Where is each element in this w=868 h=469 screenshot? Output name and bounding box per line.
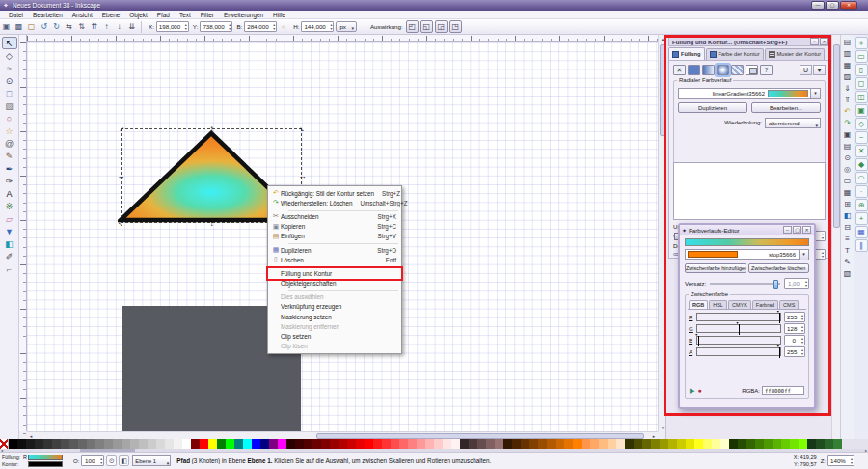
scale-stroke-toggle[interactable]: ◰ bbox=[406, 20, 419, 33]
channel-value[interactable]: 0 bbox=[784, 335, 805, 345]
context-menu-item[interactable]: ↶ Rückgängig: Stil der Kontur setzen Str… bbox=[268, 188, 401, 198]
snap-bbox-corners[interactable]: ◻ bbox=[855, 77, 868, 90]
palette-swatch[interactable] bbox=[538, 439, 547, 449]
palette-swatch[interactable] bbox=[634, 439, 642, 449]
rgba-value-field[interactable]: ff8000ff bbox=[762, 386, 804, 395]
close-button[interactable]: ✕ bbox=[840, 1, 857, 10]
rotate-ccw-icon[interactable]: ↺ bbox=[39, 21, 49, 32]
minimize-button[interactable]: — bbox=[811, 1, 825, 10]
ellipse-tool[interactable]: ○ bbox=[2, 112, 17, 124]
import-icon[interactable]: ⇓ bbox=[842, 83, 854, 95]
snap-bbox-edges[interactable]: ▯ bbox=[855, 64, 868, 76]
star-tool[interactable]: ☆ bbox=[2, 124, 17, 137]
palette-swatch[interactable] bbox=[113, 439, 122, 449]
palette-swatch[interactable] bbox=[608, 439, 616, 449]
chevron-down-icon[interactable]: ▾ bbox=[799, 250, 808, 260]
palette-swatch[interactable] bbox=[295, 439, 304, 449]
horizontal-ruler[interactable] bbox=[27, 35, 658, 42]
flat-color-button[interactable] bbox=[688, 65, 700, 75]
palette-swatch[interactable] bbox=[451, 439, 460, 449]
palette-swatch[interactable] bbox=[547, 439, 556, 449]
snap-paths[interactable]: ~ bbox=[855, 131, 868, 144]
eyedropper-icon[interactable]: ▶ bbox=[690, 387, 694, 395]
maximize-button[interactable]: ▢ bbox=[826, 1, 839, 10]
paste-icon[interactable]: ▤ bbox=[842, 141, 854, 152]
palette-swatch[interactable] bbox=[833, 439, 842, 449]
canvas-horizontal-scrollbar[interactable]: ◂▸ bbox=[27, 431, 658, 439]
palette-swatch[interactable] bbox=[694, 439, 703, 449]
palette-swatch[interactable] bbox=[130, 439, 139, 449]
palette-swatch[interactable] bbox=[486, 439, 495, 449]
context-menu-item[interactable]: Maskierung setzen bbox=[268, 312, 401, 321]
channel-slider[interactable] bbox=[696, 347, 781, 356]
palette-swatch[interactable] bbox=[651, 439, 660, 449]
palette-swatch[interactable] bbox=[243, 439, 252, 449]
palette-swatch[interactable] bbox=[382, 439, 391, 449]
unit-select[interactable]: px bbox=[336, 21, 357, 32]
palette-swatch[interactable] bbox=[729, 439, 738, 449]
dropper-tool[interactable]: ✐ bbox=[2, 250, 17, 262]
snap-bbox-centers[interactable]: ▣ bbox=[855, 104, 868, 117]
palette-swatch[interactable] bbox=[816, 439, 825, 449]
layer-visibility-icon[interactable]: ⊙ bbox=[106, 455, 117, 466]
selection-handle-w[interactable]: ↔ bbox=[117, 172, 125, 180]
context-menu-item[interactable]: ▣ Kopieren Strg+C bbox=[268, 222, 401, 232]
offset-value[interactable]: 1,00 bbox=[784, 278, 809, 289]
snap-intersections[interactable]: ✕ bbox=[855, 145, 868, 157]
palette-swatch[interactable] bbox=[773, 439, 781, 449]
palette-swatch[interactable] bbox=[252, 439, 260, 449]
context-menu-item[interactable]: Füllung und Kontur bbox=[268, 268, 401, 278]
palette-swatch[interactable] bbox=[35, 439, 43, 449]
calligraphy-tool[interactable]: ✑ bbox=[2, 175, 17, 187]
selection-handle-n[interactable]: ↕ bbox=[207, 124, 216, 133]
selector-tool[interactable]: ↖ bbox=[2, 37, 17, 49]
palette-swatch[interactable] bbox=[399, 439, 408, 449]
zoom-field[interactable]: 140% bbox=[827, 455, 854, 466]
palette-swatch[interactable] bbox=[660, 439, 668, 449]
raise-icon[interactable]: ↑ bbox=[101, 21, 112, 32]
dock-close-button[interactable]: ✕ bbox=[820, 38, 828, 45]
palette-swatch[interactable] bbox=[720, 439, 729, 449]
box3d-tool[interactable]: ▧ bbox=[2, 99, 17, 112]
palette-swatch[interactable] bbox=[443, 439, 451, 449]
palette-swatch[interactable] bbox=[191, 439, 200, 449]
fill-stroke-indicator[interactable]: Füllung: R Kontur: R bbox=[0, 455, 68, 468]
color-mode-tab[interactable]: CMS bbox=[779, 300, 799, 309]
palette-swatch[interactable] bbox=[182, 439, 191, 449]
palette-swatch[interactable] bbox=[434, 439, 443, 449]
palette-swatch[interactable] bbox=[156, 439, 165, 449]
palette-swatch[interactable] bbox=[512, 439, 521, 449]
snap-nodes[interactable]: ◇ bbox=[855, 118, 868, 130]
group-icon[interactable]: ⊟ bbox=[842, 222, 854, 234]
palette-swatch[interactable] bbox=[503, 439, 512, 449]
palette-swatch[interactable] bbox=[61, 439, 69, 449]
dock-scroll-thumb[interactable] bbox=[833, 44, 840, 228]
export-icon[interactable]: ⇑ bbox=[842, 95, 854, 106]
palette-swatch[interactable] bbox=[122, 439, 130, 449]
palette-swatch[interactable] bbox=[286, 439, 295, 449]
palette-swatch[interactable] bbox=[564, 439, 573, 449]
palette-swatch[interactable] bbox=[529, 439, 538, 449]
pattern-button[interactable] bbox=[731, 65, 744, 75]
fill-stroke-tab[interactable]: Muster der Kontur bbox=[765, 48, 826, 60]
align-dialog-icon[interactable]: ≡ bbox=[842, 234, 854, 245]
palette-swatch[interactable] bbox=[139, 439, 148, 449]
palette-swatch[interactable] bbox=[104, 439, 113, 449]
context-menu-item[interactable]: Clip setzen bbox=[268, 331, 401, 341]
object-opacity-field[interactable]: 100 bbox=[81, 455, 104, 466]
menu-item[interactable]: Filter bbox=[196, 12, 219, 18]
palette-swatch[interactable] bbox=[477, 439, 486, 449]
zoom-page-icon[interactable]: ▭ bbox=[842, 176, 854, 187]
color-mode-tab[interactable]: RGB bbox=[689, 300, 708, 309]
menu-item[interactable]: Text bbox=[175, 12, 196, 18]
fill-rule-evenodd-button[interactable]: U bbox=[800, 65, 812, 75]
y-field[interactable]: 738,000 bbox=[200, 21, 232, 32]
selection-handle-s[interactable]: ↕ bbox=[207, 219, 216, 228]
no-paint-button[interactable]: ✕ bbox=[673, 65, 686, 75]
palette-swatch[interactable] bbox=[148, 439, 156, 449]
selection-handle-e[interactable]: ↔ bbox=[298, 172, 307, 180]
gradient-tool[interactable]: ◧ bbox=[2, 237, 17, 250]
snap-grid[interactable]: ▦ bbox=[855, 226, 868, 238]
channel-value[interactable]: 255 bbox=[784, 346, 805, 357]
spray-tool[interactable]: ※ bbox=[2, 200, 17, 212]
